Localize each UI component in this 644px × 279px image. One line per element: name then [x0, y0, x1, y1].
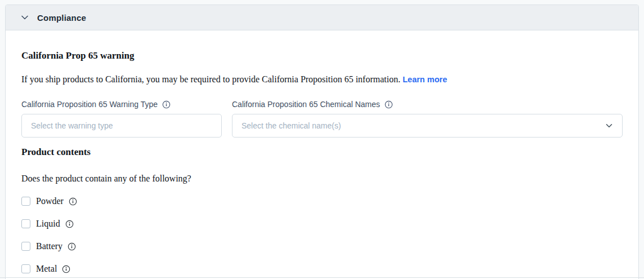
- info-icon[interactable]: [62, 265, 70, 273]
- warning-type-input[interactable]: [21, 114, 222, 138]
- checkbox-label-text: Liquid: [36, 219, 60, 229]
- info-icon[interactable]: [384, 100, 393, 109]
- warning-type-label-text: California Proposition 65 Warning Type: [21, 100, 158, 109]
- checkbox-label[interactable]: Metal: [36, 264, 70, 274]
- checkbox-metal[interactable]: [21, 264, 30, 273]
- warning-type-label: California Proposition 65 Warning Type: [21, 100, 222, 109]
- checkbox-liquid[interactable]: [21, 219, 30, 228]
- prop65-description: If you ship products to California, you …: [21, 74, 623, 85]
- chemical-names-field-group: California Proposition 65 Chemical Names: [232, 100, 623, 138]
- info-icon[interactable]: [65, 220, 74, 228]
- checkbox-label[interactable]: Battery: [36, 241, 76, 251]
- option-row-metal[interactable]: Metal: [21, 264, 623, 274]
- option-row-powder[interactable]: Powder: [21, 196, 623, 206]
- chemical-names-label-text: California Proposition 65 Chemical Names: [232, 100, 380, 109]
- info-icon[interactable]: [69, 197, 77, 206]
- checkbox-powder[interactable]: [21, 197, 30, 206]
- chemical-names-select-wrap: [232, 114, 623, 138]
- product-contents-heading: Product contents: [21, 147, 623, 158]
- prop65-description-text: If you ship products to California, you …: [21, 74, 400, 84]
- compliance-section-panel: Compliance California Prop 65 warning If…: [5, 5, 639, 279]
- checkbox-battery[interactable]: [21, 242, 30, 251]
- checkbox-label-text: Metal: [36, 264, 57, 274]
- info-icon[interactable]: [162, 100, 171, 109]
- product-contents-options: Powder Liquid: [21, 196, 623, 274]
- warning-type-input-wrap: [21, 114, 222, 138]
- checkbox-label-text: Battery: [36, 241, 62, 251]
- checkbox-label-text: Powder: [36, 196, 64, 206]
- chemical-names-select[interactable]: [232, 114, 623, 138]
- checkbox-label[interactable]: Powder: [36, 196, 77, 206]
- option-row-battery[interactable]: Battery: [21, 241, 623, 251]
- chevron-down-icon[interactable]: [20, 13, 29, 22]
- info-icon[interactable]: [68, 242, 76, 251]
- compliance-section-header[interactable]: Compliance: [6, 5, 638, 30]
- chemical-names-label: California Proposition 65 Chemical Names: [232, 100, 623, 109]
- prop65-heading: California Prop 65 warning: [21, 50, 623, 61]
- section-title: Compliance: [37, 13, 86, 23]
- checkbox-label[interactable]: Liquid: [36, 219, 74, 229]
- product-contents-question: Does the product contain any of the foll…: [21, 173, 623, 184]
- learn-more-link[interactable]: Learn more: [402, 75, 447, 84]
- warning-type-field-group: California Proposition 65 Warning Type: [21, 100, 222, 138]
- next-section-divider: [0, 277, 644, 278]
- option-row-liquid[interactable]: Liquid: [21, 219, 623, 229]
- compliance-content: California Prop 65 warning If you ship p…: [6, 30, 638, 274]
- prop65-fields-row: California Proposition 65 Warning Type: [21, 100, 623, 138]
